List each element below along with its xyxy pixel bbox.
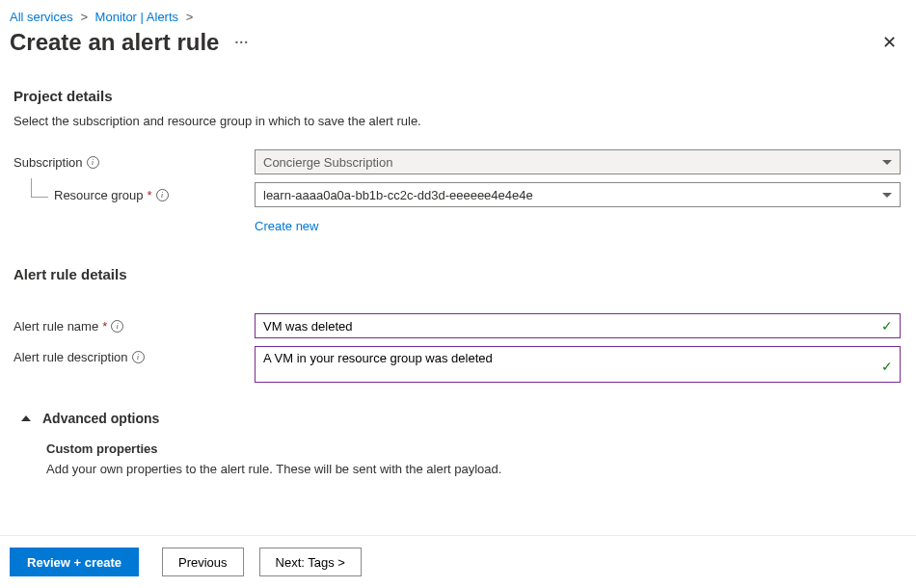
custom-properties-block: Custom properties Add your own propertie… [46,441,903,476]
subscription-value: Concierge Subscription [263,155,392,170]
alert-name-label-text: Alert rule name [13,319,98,334]
alert-name-field: ✓ [255,313,901,338]
alert-name-label: Alert rule name * i [13,319,255,334]
alert-details-heading: Alert rule details [13,266,903,282]
resource-group-label: Resource group * i [13,188,255,202]
alert-desc-field: ✓ [255,346,901,386]
breadcrumb: All services > Monitor | Alerts > [0,0,916,28]
subscription-label: Subscription i [13,155,255,170]
footer-actions: Review + create Previous Next: Tags > [0,535,916,588]
resource-group-field: learn-aaaa0a0a-bb1b-cc2c-dd3d-eeeeee4e4e… [255,182,901,207]
subscription-label-text: Subscription [13,155,83,170]
tree-line-icon [31,178,48,198]
next-button[interactable]: Next: Tags > [259,548,362,576]
checkmark-icon: ✓ [881,359,893,374]
required-asterisk: * [148,188,152,202]
subscription-row: Subscription i Concierge Subscription [13,149,903,174]
page-title-row: Create an alert rule ··· [10,29,253,56]
close-icon[interactable]: ✕ [875,28,904,57]
info-icon[interactable]: i [156,189,169,201]
resource-group-select[interactable]: learn-aaaa0a0a-bb1b-cc2c-dd3d-eeeeee4e4e… [255,182,901,207]
previous-button[interactable]: Previous [162,548,244,576]
create-new-link[interactable]: Create new [255,219,318,233]
info-icon[interactable]: i [132,351,145,363]
alert-desc-label-text: Alert rule description [13,350,128,364]
alert-desc-row: Alert rule description i ✓ [13,346,903,386]
alert-name-input[interactable] [255,313,901,338]
advanced-options-label: Advanced options [42,411,159,426]
review-create-button[interactable]: Review + create [10,548,139,576]
chevron-down-icon [882,193,892,198]
breadcrumb-monitor-alerts[interactable]: Monitor | Alerts [95,10,178,24]
checkmark-icon: ✓ [881,318,893,334]
breadcrumb-sep: > [182,10,198,24]
breadcrumb-sep: > [76,10,92,24]
required-asterisk: * [102,319,107,334]
page-title: Create an alert rule [10,29,219,56]
custom-properties-desc: Add your own properties to the alert rul… [46,462,903,476]
alert-name-row: Alert rule name * i ✓ [13,313,903,338]
more-actions-icon[interactable]: ··· [230,35,253,50]
chevron-up-icon [21,415,31,421]
resource-group-row: Resource group * i learn-aaaa0a0a-bb1b-c… [13,182,903,207]
resource-group-value: learn-aaaa0a0a-bb1b-cc2c-dd3d-eeeeee4e4e… [263,188,533,202]
subscription-field: Concierge Subscription [255,149,901,174]
alert-desc-input[interactable] [255,346,901,383]
info-icon[interactable]: i [111,320,123,333]
resource-group-label-text: Resource group [54,188,144,202]
project-details-heading: Project details [13,88,903,104]
custom-properties-title: Custom properties [46,441,903,456]
alert-desc-label: Alert rule description i [13,346,255,364]
subscription-select[interactable]: Concierge Subscription [255,149,901,174]
project-details-desc: Select the subscription and resource gro… [13,114,903,128]
advanced-options-toggle[interactable]: Advanced options [13,411,903,426]
page-header: Create an alert rule ··· ✕ [0,28,916,74]
main-content: Project details Select the subscription … [0,74,916,476]
chevron-down-icon [882,160,892,165]
info-icon[interactable]: i [87,156,99,169]
breadcrumb-all-services[interactable]: All services [10,10,73,24]
